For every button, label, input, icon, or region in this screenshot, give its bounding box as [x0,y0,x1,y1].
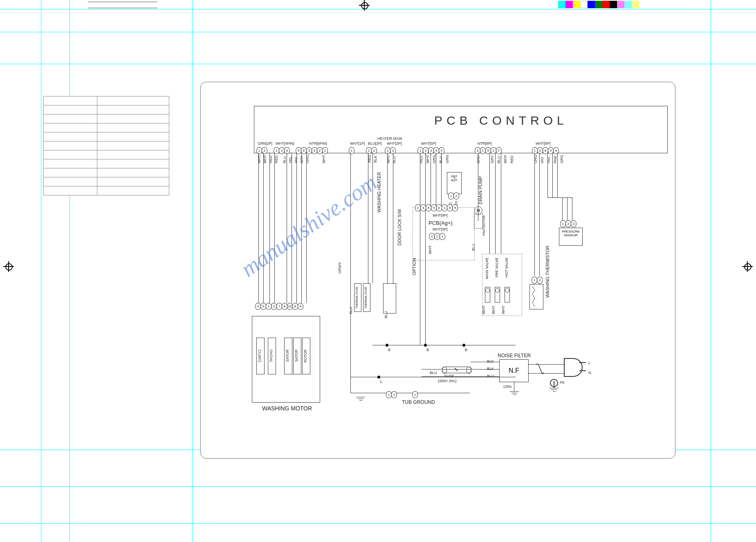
pins-wht5p: 12345 [418,147,444,154]
nf-grn: GRN [503,385,511,389]
mains-L: L [588,361,590,365]
ag-kit: Ag+ KIT [447,172,462,194]
blu-dl: BLU [384,311,388,318]
hot-valve: HOT VALVE [505,258,509,278]
pins-wht8p: 12654 [532,147,559,154]
blu-tf: BLU [349,307,353,314]
door-lock: DOOR LOCK S/W [397,209,402,246]
conn-label: GRN[2P] [258,141,272,146]
main-valve: MAIN VALVE [485,258,489,279]
conn-label: BLU[2P] [368,141,382,146]
fuse-icon: ∿ [442,367,471,373]
washing-thermistor: WASHING THERMISTOR [545,246,550,298]
switch-icon [534,360,547,376]
pcb-ag-out: WHT [428,246,432,254]
pins-wht4pin: 134 [274,147,290,154]
plug-icon [564,358,583,377]
reg-crosshair [359,0,370,11]
thermistor-box [529,284,543,309]
conn-label: WHT[5P] [421,141,436,146]
pins-ntr8p: 31527 [475,147,502,154]
tub-ground: TUB GROUND [402,399,435,405]
pcb-ag-box: 23456189 WHT[9P] PCB(Ag+) WHT[3P] 321 [413,207,475,260]
motor-150: (150°C) [258,349,262,362]
motor-icon: M [474,206,482,215]
grn-y: GRN/Y [338,262,342,274]
motor-sator1: SATOR [285,349,289,362]
color-bars [558,1,639,8]
motor-tacho: TACHO [269,349,273,362]
wires-wht5p: RED WHT ORG BLU GRN [419,155,449,163]
pins-ntr6pin: 563421 [296,147,328,154]
mains-N: N [588,371,591,375]
reg-crosshair [742,261,753,272]
noise-filter-label: NOISE FILTER [498,353,531,358]
wht3p: WHT[3P] [433,227,448,231]
noise-filter-box: N.F [499,359,529,382]
conn-label: NTR[6PIN] [309,141,327,146]
conn-label: WHT[1P] [350,141,365,146]
fuse-label: FUSE [444,374,454,378]
option-label: OPTION [412,258,417,275]
pcb-control-box: PCB CONTROL GRN[2P] WHT[4PIN] NTR[6PIN] … [254,106,668,153]
thermal-fuse-2: THERMAL FUSE [364,287,367,309]
wires-wht8p: ORG VIO YEL PNK ORG [534,155,564,163]
schematic-panel: PCB CONTROL GRN[2P] WHT[4PIN] NTR[6PIN] … [200,82,675,459]
thermal-fuse-1: THERMAL FUSE [355,287,358,309]
motor-rotor: ROTOR [303,349,307,363]
conn-label: NTR[8P] [478,141,492,146]
conn-label: WHT[4PIN] [276,141,294,146]
drain-pump: DRAIN PUMP [478,176,483,204]
washing-motor-label: WASHING MOTOR [262,405,312,412]
heater-main: HEATER MAIN [377,137,402,141]
pressure-sensor: PRESSURE SENSOR [559,228,583,246]
wht9p: WHT[9P] [433,213,448,217]
valve-in3: WHT [501,306,505,314]
pins-wht2p: 12 [385,147,396,154]
fuse-rating: (250V 20A) [438,379,457,383]
wires-wht2p: WHT BLU [386,155,396,163]
valve-in1: WHT [482,306,486,314]
door-lock-box [383,283,396,314]
legend-table [43,96,169,195]
dp-blu: BLU [471,244,476,251]
pcb-control-title: PCB CONTROL [434,114,568,128]
nf-blu: BLU [430,371,437,375]
valve-in2: WHT [491,306,496,314]
washing-motor-box: (150°C) TACHO SATOR SATOR ROTOR [252,316,320,403]
pins-wht1p: 1 [349,147,354,154]
motor-pins: 45 12 76 108 9 [256,303,303,310]
mains-PE: PE [560,381,565,385]
conn-label: WHT[2P] [387,141,402,146]
reg-crosshair [3,261,14,272]
pre-valve: PRE VALVE [495,258,499,278]
conn-label: WHT[8P] [536,141,551,146]
pcb-ag: PCB(Ag+) [428,220,453,226]
motor-sator2: SATOR [294,349,298,362]
washing-heater: WASHING HEATER [377,172,381,213]
ruler-strip [88,2,157,8]
valves-box: MAIN VALVE PRE VALVE HOT VALVE WHT WHT W… [482,254,522,316]
pe-icon [550,379,558,387]
